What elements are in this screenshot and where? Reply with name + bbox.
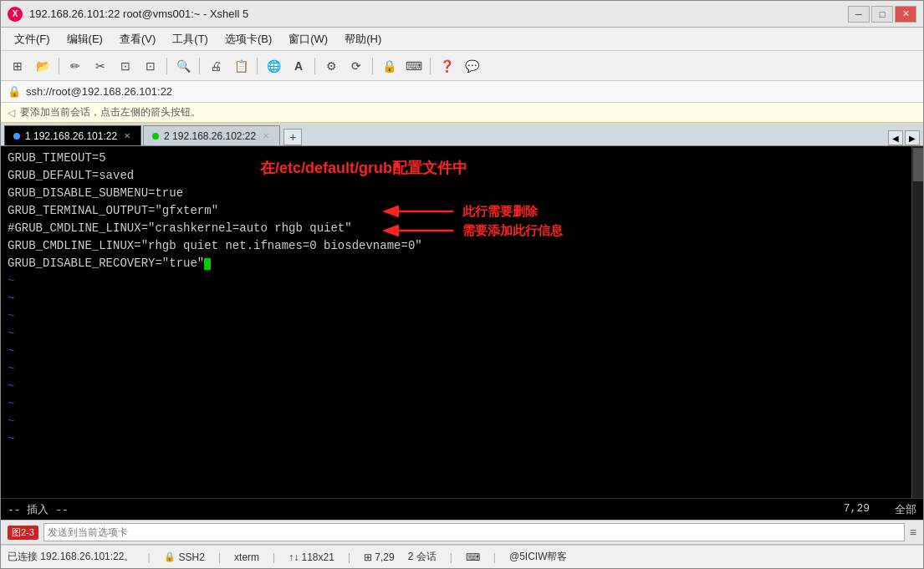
terminal-scrollbar[interactable]	[911, 146, 923, 498]
tilde-3: ~	[8, 307, 916, 325]
menu-file[interactable]: 文件(F)	[8, 30, 57, 48]
vim-pos: 7,29	[844, 502, 870, 517]
input-field[interactable]	[43, 523, 905, 541]
tb-paste[interactable]: 📋	[229, 55, 253, 77]
address-text: ssh://root@192.168.26.101:22	[26, 85, 172, 98]
term-line-1: GRUB_TIMEOUT=5	[8, 150, 916, 167]
input-menu-icon[interactable]: ≡	[910, 526, 916, 539]
tb-copy1[interactable]: ⊡	[114, 55, 137, 77]
terminal-status-line: -- 插入 -- 7,29 全部	[1, 498, 923, 520]
status-sessions: 2 会话	[408, 550, 436, 564]
status-pos: ⊞ 7,29	[364, 551, 395, 563]
term-status-right: 7,29 全部	[844, 502, 916, 517]
status-connection-text: 已连接 192.168.26.101:22。	[8, 550, 134, 564]
tb-copy2[interactable]: ⊡	[139, 55, 162, 77]
tb-open[interactable]: 📂	[31, 55, 54, 77]
scrollbar-thumb	[913, 148, 923, 181]
tab-1-close[interactable]: ✕	[122, 131, 132, 140]
tab-2[interactable]: 2 192.168.26.102:22 ✕	[143, 125, 280, 145]
status-sep3: |	[273, 551, 275, 563]
tab-nav-right[interactable]: ▶	[905, 130, 920, 145]
tilde-4: ~	[8, 325, 916, 343]
menu-view[interactable]: 查看(V)	[113, 30, 162, 48]
info-arrow-icon: ◁	[8, 107, 15, 119]
info-text: 要添加当前会话，点击左侧的箭头按钮。	[20, 105, 201, 119]
tb-msg[interactable]: 💬	[460, 55, 483, 77]
tb-help[interactable]: ❓	[435, 55, 458, 77]
tb-lock[interactable]: 🔒	[377, 55, 401, 77]
title-bar: X 192.168.26.101:22 root@vms001:~ - Xshe…	[1, 1, 923, 28]
info-bar: ◁ 要添加当前会话，点击左侧的箭头按钮。	[1, 103, 923, 123]
maximize-button[interactable]: □	[871, 6, 893, 23]
tab-1[interactable]: 1 192.168.26.101:22 ✕	[4, 125, 141, 145]
status-term: xterm	[234, 551, 259, 563]
tb-globe[interactable]: 🌐	[262, 55, 285, 77]
menu-edit[interactable]: 编辑(E)	[60, 30, 110, 48]
term-line-2: GRUB_DEFAULT=saved	[8, 167, 916, 185]
term-line-5: #GRUB_CMDLINE_LINUX="crashkernel=auto rh…	[8, 220, 916, 237]
tilde-5: ~	[8, 343, 916, 360]
tb-search[interactable]: 🔍	[171, 55, 195, 77]
status-sep2: |	[218, 551, 221, 563]
menu-help[interactable]: 帮助(H)	[338, 30, 388, 48]
menu-window[interactable]: 窗口(W)	[282, 30, 334, 48]
tilde-6: ~	[8, 360, 916, 378]
app-window: X 192.168.26.101:22 root@vms001:~ - Xshe…	[0, 0, 924, 569]
tilde-1: ~	[8, 272, 916, 290]
tilde-8: ~	[8, 395, 916, 413]
tilde-7: ~	[8, 378, 916, 395]
tb-sep3	[199, 58, 200, 74]
tb-sep5	[314, 58, 315, 74]
status-size: ↑↓ 118x21	[288, 551, 334, 563]
tb-print[interactable]: 🖨	[204, 55, 227, 77]
tb-font[interactable]: A	[287, 55, 310, 77]
status-network: @5ICIW帮客	[509, 550, 568, 564]
tb-cut[interactable]: ✂	[89, 55, 112, 77]
app-icon: X	[8, 7, 23, 22]
tb-sep7	[430, 58, 431, 74]
close-button[interactable]: ✕	[895, 6, 916, 23]
status-sep6: |	[493, 551, 496, 563]
menu-tabs[interactable]: 选项卡(B)	[218, 30, 278, 48]
term-line-7: GRUB_DISABLE_RECOVERY="true"	[8, 255, 916, 272]
terminal-area[interactable]: GRUB_TIMEOUT=5 GRUB_DEFAULT=saved GRUB_D…	[1, 146, 923, 498]
terminal[interactable]: GRUB_TIMEOUT=5 GRUB_DEFAULT=saved GRUB_D…	[1, 146, 923, 498]
vim-status: -- 插入 --	[8, 502, 844, 517]
tab-1-dot	[13, 133, 20, 140]
status-sep4: |	[348, 551, 350, 563]
term-line-3: GRUB_DISABLE_SUBMENU=true	[8, 185, 916, 202]
tb-link2[interactable]: ⟳	[345, 55, 368, 77]
tb-sep1	[59, 58, 59, 74]
tilde-9: ~	[8, 413, 916, 430]
tab-add-button[interactable]: +	[283, 129, 302, 145]
vim-all: 全部	[895, 502, 916, 517]
window-controls: ─ □ ✕	[848, 6, 916, 23]
tab-1-label: 1 192.168.26.101:22	[25, 130, 117, 142]
menu-tools[interactable]: 工具(T)	[166, 30, 215, 48]
tb-sep4	[257, 58, 258, 74]
toolbar: ⊞ 📂 ✏ ✂ ⊡ ⊡ 🔍 🖨 📋 🌐 A ⚙ ⟳ 🔒 ⌨ ❓ 💬	[1, 51, 923, 81]
tab-nav-left[interactable]: ◀	[888, 130, 903, 145]
address-bar: 🔒 ssh://root@192.168.26.101:22	[1, 81, 923, 103]
tb-link1[interactable]: ⚙	[319, 55, 343, 77]
cursor	[204, 258, 211, 270]
bottom-status-bar: 已连接 192.168.26.101:22。 | 🔒 SSH2 | xterm …	[1, 545, 923, 568]
status-protocol: SSH2	[179, 551, 205, 563]
status-protocol-group: 🔒 SSH2	[164, 551, 205, 563]
address-lock-icon: 🔒	[8, 85, 21, 98]
tb-key[interactable]: ⌨	[402, 55, 426, 77]
term-line-4: GRUB_TERMINAL_OUTPUT="gfxterm"	[8, 202, 916, 220]
menu-bar: 文件(F) 编辑(E) 查看(V) 工具(T) 选项卡(B) 窗口(W) 帮助(…	[1, 28, 923, 51]
tb-edit[interactable]: ✏	[64, 55, 87, 77]
term-line-7-text: GRUB_DISABLE_RECOVERY="true"	[8, 257, 204, 270]
term-line-6-text: GRUB_CMDLINE_LINUX="rhgb quiet net.ifnam…	[8, 239, 422, 252]
tab-2-dot	[152, 133, 159, 140]
tab-2-label: 2 192.168.26.102:22	[164, 130, 256, 142]
minimize-button[interactable]: ─	[848, 6, 870, 23]
tab-2-close[interactable]: ✕	[261, 131, 271, 140]
tb-sep2	[166, 58, 167, 74]
tilde-2: ~	[8, 290, 916, 307]
status-connection: 已连接 192.168.26.101:22。	[8, 550, 134, 564]
tb-new[interactable]: ⊞	[6, 55, 29, 77]
tilde-10: ~	[8, 430, 916, 448]
